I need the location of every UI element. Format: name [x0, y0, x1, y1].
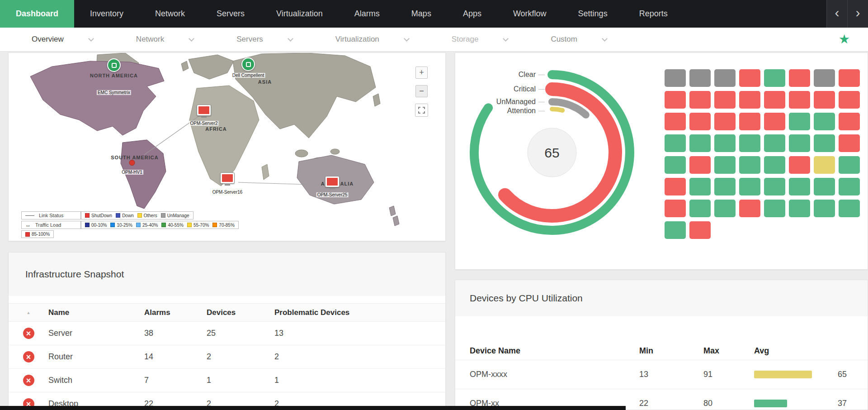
heatmap-cell-red[interactable] [764, 91, 785, 109]
heatmap-cell-red[interactable] [839, 134, 860, 152]
fullscreen-button[interactable] [415, 104, 428, 117]
nav-item-settings[interactable]: Settings [562, 0, 623, 28]
heatmap-cell-red[interactable] [839, 91, 860, 109]
heatmap-cell-green[interactable] [665, 134, 686, 152]
column-header-name[interactable]: Name [48, 308, 144, 317]
heatmap-cell-gray[interactable] [814, 69, 835, 87]
sub-nav-item-network[interactable]: Network [136, 35, 193, 44]
heatmap-cell-green[interactable] [689, 134, 711, 152]
heatmap-cell-green[interactable] [764, 178, 785, 195]
heatmap-cell-red[interactable] [764, 113, 785, 130]
heatmap-cell-red[interactable] [739, 200, 760, 217]
heatmap-cell-red[interactable] [739, 69, 760, 87]
heatmap-cell-green[interactable] [764, 156, 785, 174]
heatmap-cell-green[interactable] [814, 200, 835, 217]
cpu-column-header-max[interactable]: Max [703, 346, 754, 356]
heatmap-cell-red[interactable] [789, 156, 810, 174]
heatmap-cell-red[interactable] [739, 113, 760, 130]
device-marker[interactable] [129, 160, 135, 166]
heatmap-cell-green[interactable] [714, 178, 736, 195]
heatmap-cell-red[interactable] [689, 156, 711, 174]
heatmap-cell-red[interactable] [839, 69, 860, 87]
cpu-column-header-min[interactable]: Min [639, 346, 703, 356]
heatmap-cell-green[interactable] [689, 200, 711, 217]
nav-item-inventory[interactable]: Inventory [74, 0, 139, 28]
heatmap-cell-green[interactable] [739, 134, 760, 152]
table-row[interactable]: ×Switch711 [9, 369, 445, 392]
nav-item-workflow[interactable]: Workflow [497, 0, 562, 28]
heatmap-cell-green[interactable] [789, 134, 810, 152]
heatmap-cell-gray[interactable] [689, 69, 711, 87]
heatmap-cell-green[interactable] [814, 178, 835, 195]
column-header-alarms[interactable]: Alarms [144, 308, 207, 317]
cpu-column-header-device-name[interactable]: Device Name [470, 346, 639, 356]
heatmap-cell-red[interactable] [739, 91, 760, 109]
heatmap-cell-green[interactable] [839, 178, 860, 195]
heatmap-cell-green[interactable] [764, 69, 785, 87]
heatmap-cell-green[interactable] [764, 134, 785, 152]
device-marker[interactable] [325, 176, 340, 189]
column-header-devices[interactable]: Devices [207, 308, 274, 317]
heatmap-cell-red[interactable] [665, 178, 686, 195]
heatmap-cell-green[interactable] [714, 156, 736, 174]
table-row[interactable]: ×Server382513 [9, 322, 445, 345]
nav-item-apps[interactable]: Apps [447, 0, 497, 28]
device-marker[interactable] [197, 105, 211, 118]
heatmap-cell-red[interactable] [665, 113, 686, 130]
heatmap-cell-gray[interactable] [714, 69, 736, 87]
heatmap-cell-green[interactable] [839, 156, 860, 174]
favorite-star-icon[interactable]: ★ [839, 33, 850, 46]
heatmap-cell-red[interactable] [689, 91, 711, 109]
heatmap-cell-red[interactable] [789, 91, 810, 109]
sub-nav-item-overview[interactable]: Overview [32, 35, 93, 44]
heatmap-cell-green[interactable] [789, 178, 810, 195]
nav-item-dashboard[interactable]: Dashboard [0, 0, 74, 28]
cpu-column-header-avg[interactable]: Avg [754, 346, 868, 356]
heatmap-cell-red[interactable] [689, 113, 711, 130]
heatmap-cell-red[interactable] [789, 69, 810, 87]
heatmap-cell-green[interactable] [739, 156, 760, 174]
zoom-in-button[interactable]: + [415, 67, 428, 79]
nav-item-alarms[interactable]: Alarms [339, 0, 396, 28]
nav-scroll-left-icon[interactable]: ‹ [826, 0, 847, 28]
heatmap-cell-green[interactable] [789, 200, 810, 217]
sub-nav-item-servers[interactable]: Servers [236, 35, 292, 44]
nav-item-virtualization[interactable]: Virtualization [260, 0, 339, 28]
heatmap-cell-gray[interactable] [665, 69, 686, 87]
nav-item-reports[interactable]: Reports [623, 0, 684, 28]
table-row[interactable]: OPM-xxxx139165 [455, 360, 868, 389]
zoom-out-button[interactable]: − [415, 85, 428, 97]
heatmap-cell-green[interactable] [814, 134, 835, 152]
heatmap-cell-red[interactable] [689, 221, 711, 239]
heatmap-cell-green[interactable] [789, 113, 810, 130]
table-row[interactable]: ×Router1422 [9, 345, 445, 369]
heatmap-cell-green[interactable] [814, 113, 835, 130]
nav-item-maps[interactable]: Maps [396, 0, 447, 28]
heatmap-cell-yellow[interactable] [814, 156, 835, 174]
column-header-problematic-devices[interactable]: Problematic Devices [274, 308, 445, 317]
device-marker[interactable] [220, 172, 235, 186]
sub-nav-item-virtualization[interactable]: Virtualization [335, 35, 409, 44]
heatmap-cell-green[interactable] [689, 178, 711, 195]
heatmap-cell-green[interactable] [839, 200, 860, 217]
device-marker[interactable] [241, 57, 255, 71]
heatmap-cell-green[interactable] [739, 178, 760, 195]
sub-nav-item-custom[interactable]: Custom [551, 35, 607, 44]
heatmap-cell-red[interactable] [714, 91, 736, 109]
heatmap-cell-red[interactable] [665, 200, 686, 217]
nav-item-network[interactable]: Network [139, 0, 201, 28]
heatmap-cell-green[interactable] [714, 134, 736, 152]
heatmap-cell-green[interactable] [665, 156, 686, 174]
heatmap-cell-red[interactable] [665, 91, 686, 109]
sort-column-header[interactable]: ▲ [9, 310, 48, 315]
heatmap-cell-green[interactable] [665, 221, 686, 239]
heatmap-cell-green[interactable] [764, 200, 785, 217]
heatmap-cell-red[interactable] [714, 113, 736, 130]
heatmap-cell-red[interactable] [839, 113, 860, 130]
heatmap-cell-green[interactable] [714, 200, 736, 217]
heatmap-cell-red[interactable] [814, 91, 835, 109]
sub-nav-item-storage[interactable]: Storage [452, 35, 508, 44]
device-marker[interactable] [107, 58, 121, 72]
nav-item-servers[interactable]: Servers [201, 0, 260, 28]
nav-scroll-right-icon[interactable]: › [847, 0, 868, 28]
